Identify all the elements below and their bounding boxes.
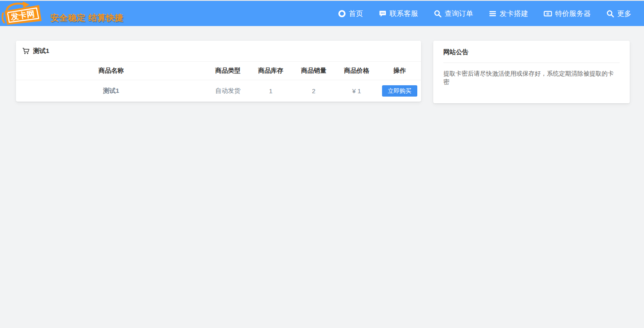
- menu-icon: [489, 10, 497, 18]
- nav-item-order-query[interactable]: 查询订单: [434, 9, 473, 18]
- nav-label: 特价服务器: [555, 9, 591, 18]
- product-type: 自动发货: [207, 80, 249, 102]
- buy-now-button[interactable]: 立即购买: [382, 85, 417, 97]
- announcement-title: 网站公告: [443, 48, 620, 63]
- product-sales: 2: [292, 80, 335, 102]
- announcement-card: 网站公告 提取卡密后请尽快激活使用或保存好，系统定期清除被提取的卡密: [433, 41, 630, 103]
- nav-label: 查询订单: [445, 9, 473, 18]
- main-content: 测试1 商品名称 商品类型 商品库存 商品销量 商品价格 操作 测试1: [0, 26, 644, 103]
- site-header: 发卡网 安全稳定 结算快捷 首页 联系客服 查询订单: [0, 1, 644, 26]
- products-table: 商品名称 商品类型 商品库存 商品销量 商品价格 操作 测试1 自动发货 1 2…: [16, 62, 421, 102]
- product-stock: 1: [249, 80, 292, 102]
- chat-icon: [379, 10, 387, 18]
- main-navigation: 首页 联系客服 查询订单 发卡搭建 0: [338, 9, 631, 18]
- column-header-type: 商品类型: [207, 62, 249, 80]
- nav-item-home[interactable]: 首页: [338, 9, 363, 18]
- product-group-title: 测试1: [33, 47, 49, 55]
- nav-label: 首页: [349, 9, 363, 18]
- column-header-name: 商品名称: [16, 62, 207, 80]
- banknote-icon: 0: [544, 10, 552, 18]
- site-logo[interactable]: 发卡网 安全稳定 结算快捷: [2, 2, 124, 25]
- circle-icon: [338, 10, 346, 18]
- brand-slogan: 安全稳定 结算快捷: [50, 12, 124, 25]
- nav-label: 更多: [617, 9, 631, 18]
- nav-item-more[interactable]: 更多: [606, 9, 631, 18]
- announcement-content: 提取卡密后请尽快激活使用或保存好，系统定期清除被提取的卡密: [443, 63, 620, 87]
- product-name: 测试1: [16, 80, 207, 102]
- logo-card-icon: 发卡网: [2, 2, 46, 25]
- column-header-sales: 商品销量: [292, 62, 335, 80]
- svg-text:0: 0: [547, 12, 549, 15]
- nav-item-contact-support[interactable]: 联系客服: [379, 9, 418, 18]
- product-group-header: 测试1: [16, 41, 421, 62]
- table-header-row: 商品名称 商品类型 商品库存 商品销量 商品价格 操作: [16, 62, 421, 80]
- column-header-action: 操作: [378, 62, 421, 80]
- column-header-price: 商品价格: [335, 62, 378, 80]
- product-price: ¥ 1: [335, 80, 378, 102]
- nav-item-discount-servers[interactable]: 0 特价服务器: [544, 9, 591, 18]
- product-action-cell: 立即购买: [378, 80, 421, 102]
- cart-icon: [22, 47, 29, 55]
- search-icon: [606, 10, 614, 18]
- search-icon: [434, 10, 442, 18]
- product-group-card: 测试1 商品名称 商品类型 商品库存 商品销量 商品价格 操作 测试1: [16, 41, 421, 102]
- table-row: 测试1 自动发货 1 2 ¥ 1 立即购买: [16, 80, 421, 102]
- nav-item-card-site-setup[interactable]: 发卡搭建: [489, 9, 528, 18]
- column-header-stock: 商品库存: [249, 62, 292, 80]
- nav-label: 联系客服: [390, 9, 418, 18]
- nav-label: 发卡搭建: [500, 9, 528, 18]
